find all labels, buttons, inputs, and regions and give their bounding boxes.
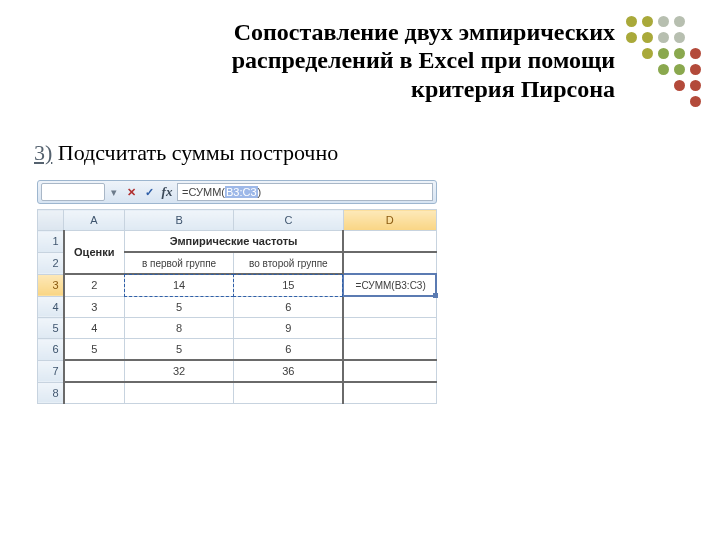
cell-d5[interactable] bbox=[343, 318, 436, 339]
row-header[interactable]: 7 bbox=[38, 360, 64, 382]
dot-icon bbox=[642, 32, 653, 43]
dot-icon bbox=[626, 32, 637, 43]
cancel-formula-icon[interactable]: ✕ bbox=[123, 184, 139, 200]
cell-d6[interactable] bbox=[343, 339, 436, 361]
formula-selection: B3:C3 bbox=[225, 186, 258, 198]
cell-c7[interactable]: 36 bbox=[234, 360, 344, 382]
step-text: 3) Подсчитать суммы построчно bbox=[34, 140, 338, 166]
select-all-corner[interactable] bbox=[38, 210, 64, 231]
step-number: 3) bbox=[34, 140, 52, 165]
name-box-dropdown-icon[interactable]: ▾ bbox=[107, 184, 121, 200]
row-header[interactable]: 1 bbox=[38, 231, 64, 253]
dot-icon bbox=[658, 64, 669, 75]
cell-c4[interactable]: 6 bbox=[234, 296, 344, 318]
dot-icon bbox=[690, 96, 701, 107]
cell-c2[interactable]: во второй группе bbox=[234, 252, 344, 274]
dot-icon bbox=[626, 16, 637, 27]
cell-a7[interactable] bbox=[64, 360, 125, 382]
name-box[interactable] bbox=[41, 183, 105, 201]
cell-b5[interactable]: 8 bbox=[124, 318, 234, 339]
enter-formula-icon[interactable]: ✓ bbox=[141, 184, 157, 200]
cell-b7[interactable]: 32 bbox=[124, 360, 234, 382]
row-header[interactable]: 6 bbox=[38, 339, 64, 361]
step-body: Подсчитать суммы построчно bbox=[52, 140, 338, 165]
dot-icon bbox=[642, 48, 653, 59]
decorative-dots bbox=[626, 12, 706, 107]
excel-screenshot: ▾ ✕ ✓ fx =СУММ(B3:C3) A B C D 1 Оценки Э… bbox=[37, 180, 437, 404]
cell-a4[interactable]: 3 bbox=[64, 296, 125, 318]
dot-icon bbox=[674, 16, 685, 27]
col-header-a[interactable]: A bbox=[64, 210, 125, 231]
slide: Сопоставление двух эмпирических распреде… bbox=[0, 0, 720, 540]
dot-icon bbox=[674, 80, 685, 91]
spreadsheet-grid: A B C D 1 Оценки Эмпирические частоты 2 … bbox=[37, 209, 437, 404]
cell-b4[interactable]: 5 bbox=[124, 296, 234, 318]
formula-prefix: =СУММ( bbox=[182, 186, 225, 198]
formula-bar: ▾ ✕ ✓ fx =СУММ(B3:C3) bbox=[37, 180, 437, 204]
row-header[interactable]: 8 bbox=[38, 382, 64, 404]
cell-a5[interactable]: 4 bbox=[64, 318, 125, 339]
cell-b3[interactable]: 14 bbox=[124, 274, 234, 296]
row-header[interactable]: 5 bbox=[38, 318, 64, 339]
cell-c3[interactable]: 15 bbox=[234, 274, 344, 296]
cell-bc1[interactable]: Эмпирические частоты bbox=[124, 231, 343, 253]
cell-b2[interactable]: в первой группе bbox=[124, 252, 234, 274]
col-header-b[interactable]: B bbox=[124, 210, 234, 231]
dot-icon bbox=[674, 64, 685, 75]
dot-icon bbox=[658, 16, 669, 27]
row-header[interactable]: 3 bbox=[38, 274, 64, 296]
cell-c6[interactable]: 6 bbox=[234, 339, 344, 361]
cell-a3[interactable]: 2 bbox=[64, 274, 125, 296]
title-line3: критерия Пирсона bbox=[411, 76, 615, 102]
fx-icon[interactable]: fx bbox=[159, 184, 175, 200]
dot-icon bbox=[674, 48, 685, 59]
cell-d7[interactable] bbox=[343, 360, 436, 382]
dot-icon bbox=[658, 48, 669, 59]
formula-suffix: ) bbox=[258, 186, 262, 198]
row-header[interactable]: 4 bbox=[38, 296, 64, 318]
title-line1: Сопоставление двух эмпирических bbox=[234, 19, 615, 45]
col-header-d[interactable]: D bbox=[343, 210, 436, 231]
formula-input[interactable]: =СУММ(B3:C3) bbox=[177, 183, 433, 201]
title-line2: распределений в Excel при помощи bbox=[232, 47, 615, 73]
dot-icon bbox=[690, 80, 701, 91]
cell-a8[interactable] bbox=[64, 382, 125, 404]
col-header-c[interactable]: C bbox=[234, 210, 344, 231]
dot-icon bbox=[642, 16, 653, 27]
cell-a1[interactable]: Оценки bbox=[64, 231, 125, 275]
row-header[interactable]: 2 bbox=[38, 252, 64, 274]
cell-d4[interactable] bbox=[343, 296, 436, 318]
cell-d8[interactable] bbox=[343, 382, 436, 404]
cell-c8[interactable] bbox=[234, 382, 344, 404]
cell-b6[interactable]: 5 bbox=[124, 339, 234, 361]
dot-icon bbox=[690, 48, 701, 59]
cell-c5[interactable]: 9 bbox=[234, 318, 344, 339]
dot-icon bbox=[674, 32, 685, 43]
cell-a6[interactable]: 5 bbox=[64, 339, 125, 361]
dot-icon bbox=[658, 32, 669, 43]
slide-title: Сопоставление двух эмпирических распреде… bbox=[135, 18, 615, 103]
cell-b8[interactable] bbox=[124, 382, 234, 404]
cell-d2[interactable] bbox=[343, 252, 436, 274]
dot-icon bbox=[690, 64, 701, 75]
cell-d1[interactable] bbox=[343, 231, 436, 253]
cell-d3-active[interactable]: =СУММ(B3:C3) bbox=[343, 274, 436, 296]
